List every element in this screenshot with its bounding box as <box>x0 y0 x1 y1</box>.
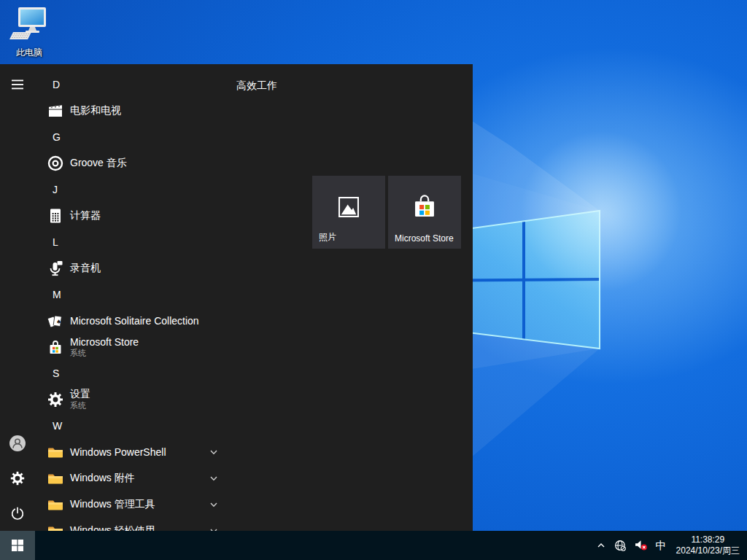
network-globe-icon <box>614 540 627 552</box>
section-header-m: M <box>0 281 233 308</box>
start-menu: D 电影和电视 G <box>0 64 473 531</box>
taskbar: 中 11:38:29 2024/10/23/周三 <box>0 531 747 560</box>
chevron-down-icon[interactable] <box>209 499 219 510</box>
tile-label: Microsoft Store <box>395 233 454 244</box>
solitaire-icon: ♠ <box>47 312 64 330</box>
svg-text:♠: ♠ <box>56 319 61 325</box>
folder-icon <box>47 496 64 513</box>
app-list-item-groove-music[interactable]: Groove 音乐 <box>0 150 233 176</box>
clock-time: 11:38:29 <box>676 534 740 545</box>
folder-item-windows-ease-of-access[interactable]: Windows 轻松使用 <box>0 518 233 531</box>
tile-label: 照片 <box>319 231 336 244</box>
app-list-item-movies-tv[interactable]: 电影和电视 <box>0 98 233 124</box>
desktop: 此电脑 <box>0 0 747 560</box>
section-letter[interactable]: J <box>53 184 58 195</box>
tile-store[interactable]: Microsoft Store <box>388 176 461 249</box>
folder-icon <box>47 443 64 461</box>
app-list-item-calculator[interactable]: 计算器 <box>0 203 233 229</box>
app-list-item-voice-recorder[interactable]: 录音机 <box>0 255 233 281</box>
app-list: D 电影和电视 G <box>0 71 233 531</box>
folder-label: Windows 轻松使用 <box>70 524 155 531</box>
section-header-g: G <box>0 124 233 150</box>
volume-muted-icon <box>635 540 648 551</box>
store-icon <box>411 193 438 224</box>
movies-tv-icon <box>47 102 64 120</box>
app-label: Microsoft Store <box>70 336 139 348</box>
store-icon <box>47 338 64 356</box>
tile-photos[interactable]: 照片 <box>312 176 385 249</box>
section-header-s: S <box>0 360 233 386</box>
app-list-item-microsoft-store[interactable]: Microsoft Store 系统 <box>0 334 233 360</box>
folder-icon <box>47 522 64 531</box>
app-list-item-solitaire[interactable]: ♠ Microsoft Solitaire Collection <box>0 308 233 334</box>
section-header-w: W <box>0 413 233 439</box>
volume-button[interactable] <box>635 540 648 551</box>
section-header-d: D <box>0 71 233 98</box>
windows-logo-icon <box>12 540 23 551</box>
chevron-down-icon[interactable] <box>209 473 219 483</box>
section-letter[interactable]: M <box>53 289 61 300</box>
section-letter[interactable]: D <box>53 79 60 90</box>
folder-label: Windows 附件 <box>70 472 135 485</box>
settings-icon <box>47 391 64 408</box>
app-sublabel: 系统 <box>70 348 86 359</box>
start-button[interactable] <box>0 531 35 560</box>
app-label: Microsoft Solitaire Collection <box>70 315 199 327</box>
clock-date: 2024/10/23/周三 <box>676 545 740 556</box>
desktop-icon-label: 此电脑 <box>6 47 53 59</box>
folder-item-windows-powershell[interactable]: Windows PowerShell <box>0 439 233 465</box>
folder-label: Windows PowerShell <box>70 446 166 458</box>
app-label: Groove 音乐 <box>70 157 127 170</box>
this-pc-icon <box>9 6 50 42</box>
calculator-icon <box>47 207 64 225</box>
chevron-up-icon <box>596 540 606 551</box>
section-header-j: J <box>0 176 233 203</box>
ime-indicator[interactable]: 中 <box>656 539 667 553</box>
app-label: 设置 <box>70 388 90 401</box>
app-label: 计算器 <box>70 209 101 222</box>
section-letter[interactable]: W <box>53 420 62 432</box>
folder-icon <box>47 470 64 487</box>
folder-item-windows-admin-tools[interactable]: Windows 管理工具 <box>0 491 233 518</box>
app-label: 录音机 <box>70 262 101 275</box>
photos-icon <box>338 196 360 221</box>
network-status-button[interactable] <box>614 540 627 552</box>
groove-music-icon <box>47 155 64 172</box>
system-tray: 中 11:38:29 2024/10/23/周三 <box>596 531 740 560</box>
tile-group-title[interactable]: 高效工作 <box>236 79 277 93</box>
chevron-down-icon[interactable] <box>209 447 219 457</box>
folder-label: Windows 管理工具 <box>70 498 155 511</box>
app-sublabel: 系统 <box>70 400 86 411</box>
folder-item-windows-accessories[interactable]: Windows 附件 <box>0 465 233 491</box>
section-letter[interactable]: L <box>53 236 58 248</box>
section-header-l: L <box>0 229 233 255</box>
app-list-item-settings[interactable]: 设置 系统 <box>0 386 233 413</box>
app-label: 电影和电视 <box>70 104 121 117</box>
tray-expand-button[interactable] <box>596 540 606 551</box>
section-letter[interactable]: G <box>53 131 61 143</box>
taskbar-clock[interactable]: 11:38:29 2024/10/23/周三 <box>675 534 740 556</box>
voice-recorder-icon <box>47 260 64 277</box>
desktop-icon-this-pc[interactable]: 此电脑 <box>6 6 53 59</box>
chevron-down-icon[interactable] <box>209 526 219 531</box>
section-letter[interactable]: S <box>53 368 59 379</box>
